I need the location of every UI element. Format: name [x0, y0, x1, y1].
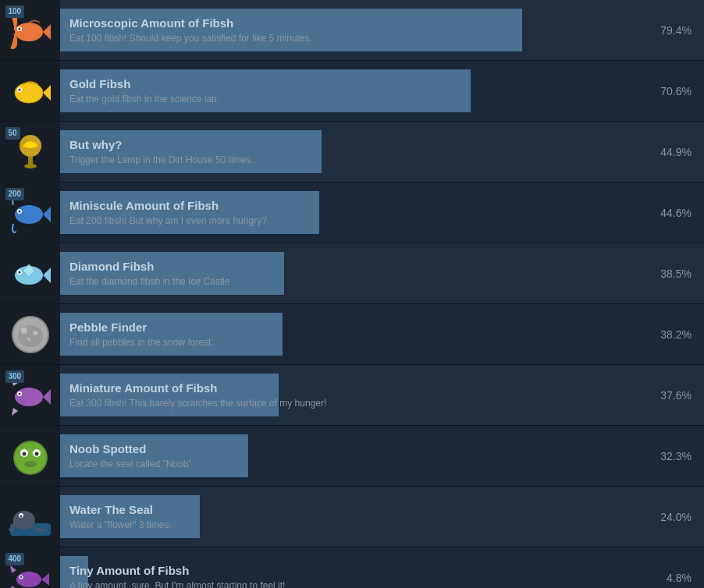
achievement-row-but-why[interactable]: 50 But why?Trigger the Lamp in the Dirt … — [0, 122, 704, 182]
svg-point-7 — [18, 88, 20, 90]
achievement-desc-gold-fibsh: Eat the gold fibsh in the science lab. — [69, 94, 632, 104]
achievement-row-noob-spotted[interactable]: Noob SpottedLocate the seal called "Noob… — [0, 426, 704, 487]
svg-point-19 — [18, 271, 20, 273]
achievement-icon-pebble-finder — [0, 304, 60, 364]
svg-point-25 — [21, 328, 27, 334]
achievement-percent-pebble-finder: 38.2% — [642, 328, 704, 341]
achievement-desc-miniscule-fibsh: Eat 200 fibsh! But why am I even more hu… — [69, 215, 632, 226]
svg-point-36 — [22, 452, 26, 455]
achievement-row-gold-fibsh[interactable]: Gold FibshEat the gold fibsh in the scie… — [0, 61, 704, 122]
achievement-content-noob-spotted: Noob SpottedLocate the seal called "Noob… — [60, 434, 642, 477]
progress-bar-miniature-fibsh — [60, 374, 279, 416]
svg-point-24 — [18, 325, 43, 347]
svg-point-28 — [15, 388, 43, 406]
achievement-desc-tiny-fibsh: A tiny amount, sure. But I'm almost star… — [69, 580, 632, 588]
svg-point-46 — [20, 576, 21, 577]
achievement-icon-noob-spotted — [0, 426, 60, 486]
achievement-name-microscopic-fibsh: Microscopic Amount of Fibsh — [69, 16, 632, 30]
progress-bar-noob-spotted — [60, 434, 248, 477]
achievement-percent-miniscule-fibsh: 44.6% — [642, 207, 704, 219]
svg-point-0 — [15, 23, 43, 41]
svg-marker-17 — [43, 267, 51, 283]
svg-point-33 — [15, 442, 46, 473]
achievement-percent-noob-spotted: 32.3% — [642, 450, 704, 462]
achievement-desc-but-why: Trigger the Lamp in the Dirt House 50 ti… — [69, 154, 632, 165]
svg-point-42 — [20, 515, 22, 517]
achievement-row-water-the-seal[interactable]: Water The SealWater a "flower" 3 times.2… — [0, 487, 704, 547]
achievement-row-tiny-fibsh[interactable]: 400 Tiny Amount of FibshA tiny amount, s… — [0, 547, 704, 588]
progress-bar-microscopic-fibsh — [60, 9, 522, 51]
achievement-desc-water-the-seal: Water a "flower" 3 times. — [69, 519, 632, 530]
achievement-content-pebble-finder: Pebble FinderFind all pebbles in the sno… — [60, 313, 642, 356]
achievement-name-pebble-finder: Pebble Finder — [69, 321, 632, 334]
achievement-percent-water-the-seal: 24.0% — [642, 511, 704, 523]
achievement-row-miniscule-fibsh[interactable]: 200 Miniscule Amount of FibshEat 200 fib… — [0, 182, 704, 243]
achievement-name-miniscule-fibsh: Miniscule Amount of Fibsh — [69, 199, 632, 212]
svg-point-38 — [24, 461, 37, 467]
svg-marker-29 — [43, 389, 51, 405]
achievement-percent-microscopic-fibsh: 79.4% — [642, 24, 704, 37]
achievement-percent-tiny-fibsh: 4.8% — [642, 572, 704, 584]
achievement-desc-miniature-fibsh: Eat 300 fibsh! This barely scratches the… — [69, 398, 632, 409]
achievement-row-pebble-finder[interactable]: Pebble FinderFind all pebbles in the sno… — [0, 304, 704, 365]
achievement-icon-miniscule-fibsh: 200 — [0, 182, 60, 243]
achievement-name-diamond-fibsh: Diamond Fibsh — [69, 260, 632, 273]
progress-bar-miniscule-fibsh — [60, 191, 319, 234]
achievement-row-diamond-fibsh[interactable]: Diamond FibshEat the diamond fibsh in th… — [0, 243, 704, 304]
svg-point-11 — [24, 164, 37, 168]
achievement-icon-but-why: 50 — [0, 122, 60, 182]
svg-point-37 — [34, 452, 38, 455]
achievement-name-tiny-fibsh: Tiny Amount of Fibsh — [69, 564, 632, 577]
svg-point-3 — [18, 27, 20, 30]
achievement-row-miniature-fibsh[interactable]: 300 Miniature Amount of FibshEat 300 fib… — [0, 365, 704, 426]
achievement-content-diamond-fibsh: Diamond FibshEat the diamond fibsh in th… — [60, 252, 642, 295]
progress-bar-water-the-seal — [60, 495, 200, 538]
svg-point-43 — [16, 572, 41, 587]
achievement-name-water-the-seal: Water The Seal — [69, 503, 632, 516]
svg-marker-1 — [43, 24, 51, 40]
svg-marker-13 — [43, 207, 51, 222]
achievement-list: 100 Microscopic Amount of FibshEat 100 f… — [0, 0, 704, 588]
achievement-content-gold-fibsh: Gold FibshEat the gold fibsh in the scie… — [60, 69, 642, 112]
achievement-name-miniature-fibsh: Miniature Amount of Fibsh — [69, 381, 632, 395]
achievement-name-noob-spotted: Noob Spotted — [69, 442, 632, 455]
achievement-desc-diamond-fibsh: Eat the diamond fibsh in the Ice Castle — [69, 276, 632, 287]
achievement-name-gold-fibsh: Gold Fibsh — [69, 77, 632, 90]
achievement-desc-pebble-finder: Find all pebbles in the snow forest. — [69, 337, 632, 348]
achievement-content-tiny-fibsh: Tiny Amount of FibshA tiny amount, sure.… — [60, 556, 642, 588]
svg-point-12 — [15, 205, 43, 224]
achievement-icon-gold-fibsh — [0, 61, 60, 121]
svg-marker-44 — [41, 573, 49, 586]
achievement-percent-gold-fibsh: 70.6% — [642, 85, 704, 97]
achievement-percent-miniature-fibsh: 37.6% — [642, 389, 704, 402]
progress-bar-pebble-finder — [60, 313, 283, 356]
achievement-content-but-why: But why?Trigger the Lamp in the Dirt Hou… — [60, 130, 642, 173]
svg-marker-5 — [43, 85, 51, 101]
achievement-content-miniature-fibsh: Miniature Amount of FibshEat 300 fibsh! … — [60, 374, 642, 416]
achievement-icon-diamond-fibsh — [0, 243, 60, 303]
achievement-name-but-why: But why? — [69, 138, 632, 151]
svg-point-31 — [18, 392, 20, 395]
progress-bar-diamond-fibsh — [60, 252, 284, 295]
achievement-content-water-the-seal: Water The SealWater a "flower" 3 times. — [60, 495, 642, 538]
achievement-icon-water-the-seal — [0, 487, 60, 547]
achievement-desc-microscopic-fibsh: Eat 100 fibsh! Should keep you satisfied… — [69, 33, 632, 44]
achievement-content-microscopic-fibsh: Microscopic Amount of FibshEat 100 fibsh… — [60, 9, 642, 51]
achievement-icon-microscopic-fibsh: 100 — [0, 0, 60, 60]
achievement-percent-diamond-fibsh: 38.5% — [642, 267, 704, 280]
progress-bar-but-why — [60, 130, 322, 173]
svg-point-27 — [27, 338, 30, 341]
svg-point-26 — [33, 331, 37, 335]
achievement-icon-tiny-fibsh: 400 — [0, 547, 60, 588]
achievement-percent-but-why: 44.9% — [642, 146, 704, 158]
svg-point-15 — [18, 210, 20, 212]
achievement-icon-miniature-fibsh: 300 — [0, 365, 60, 425]
achievement-content-miniscule-fibsh: Miniscule Amount of FibshEat 200 fibsh! … — [60, 191, 642, 234]
progress-bar-gold-fibsh — [60, 69, 471, 112]
svg-point-40 — [13, 511, 35, 530]
achievement-row-microscopic-fibsh[interactable]: 100 Microscopic Amount of FibshEat 100 f… — [0, 0, 704, 61]
achievement-desc-noob-spotted: Locate the seal called "Noob" — [69, 459, 632, 469]
